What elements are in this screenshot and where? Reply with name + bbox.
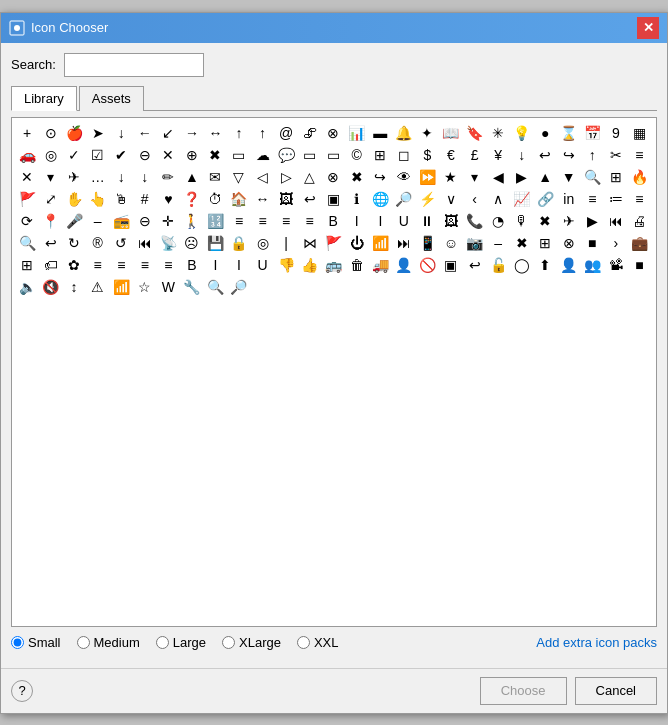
icon-cell[interactable]: ▼: [558, 166, 580, 188]
icon-cell[interactable]: ⏭: [393, 232, 415, 254]
icon-cell[interactable]: ⊞: [605, 166, 627, 188]
icon-cell[interactable]: in: [558, 188, 580, 210]
icon-cell[interactable]: ¥: [487, 144, 509, 166]
icon-cell[interactable]: ♥: [157, 188, 179, 210]
icon-cell[interactable]: ⏻: [346, 232, 368, 254]
icon-cell[interactable]: ≔: [605, 188, 627, 210]
icon-cell[interactable]: 📱: [416, 232, 438, 254]
size-large[interactable]: Large: [156, 635, 206, 650]
icon-cell[interactable]: ↩: [299, 188, 321, 210]
icon-cell[interactable]: ∧: [487, 188, 509, 210]
icon-cell[interactable]: 🚚: [369, 254, 391, 276]
icon-cell[interactable]: ◁: [252, 166, 274, 188]
icon-cell[interactable]: ▾: [464, 166, 486, 188]
icon-cell[interactable]: –: [87, 210, 109, 232]
icon-cell[interactable]: |: [275, 232, 297, 254]
icon-cell[interactable]: 👁: [393, 166, 415, 188]
choose-button[interactable]: Choose: [480, 677, 567, 705]
icon-cell[interactable]: ◎: [40, 144, 62, 166]
icon-cell[interactable]: ↓: [110, 122, 132, 144]
icon-cell[interactable]: 👤: [393, 254, 415, 276]
icon-cell[interactable]: ⊖: [134, 144, 156, 166]
icon-cell[interactable]: ▾: [40, 166, 62, 188]
size-xxl[interactable]: XXL: [297, 635, 339, 650]
icon-cell[interactable]: ≡: [628, 144, 650, 166]
cancel-button[interactable]: Cancel: [575, 677, 657, 705]
icon-cell[interactable]: 🚶: [181, 210, 203, 232]
search-input[interactable]: [64, 53, 204, 77]
icon-cell[interactable]: ✈: [63, 166, 85, 188]
icon-cell[interactable]: ◀: [487, 166, 509, 188]
icon-cell[interactable]: ↪: [558, 144, 580, 166]
icon-cell[interactable]: ℹ: [346, 188, 368, 210]
icon-cell[interactable]: ⊞: [16, 254, 38, 276]
icon-cell[interactable]: ✖: [511, 232, 533, 254]
icon-cell[interactable]: 🔈: [16, 276, 38, 298]
icon-cell[interactable]: ■: [628, 254, 650, 276]
icon-cell[interactable]: 📊: [346, 122, 368, 144]
icon-cell[interactable]: ▣: [440, 254, 462, 276]
icon-cell[interactable]: ≡: [299, 210, 321, 232]
icon-cell[interactable]: ↩: [464, 254, 486, 276]
icon-cell[interactable]: △: [299, 166, 321, 188]
icon-cell[interactable]: 🔎: [393, 188, 415, 210]
icon-cell[interactable]: 💼: [628, 232, 650, 254]
icon-cell[interactable]: ⟳: [16, 210, 38, 232]
icon-cell[interactable]: ▷: [275, 166, 297, 188]
icon-cell[interactable]: ≡: [275, 210, 297, 232]
icon-cell[interactable]: ↓: [511, 144, 533, 166]
icon-cell[interactable]: €: [440, 144, 462, 166]
tab-library[interactable]: Library: [11, 86, 77, 111]
icon-cell[interactable]: ↑: [228, 122, 250, 144]
icon-cell[interactable]: ▲: [534, 166, 556, 188]
icon-cell[interactable]: ↑: [581, 144, 603, 166]
icon-cell[interactable]: ≡: [134, 254, 156, 276]
icon-cell[interactable]: 📶: [369, 232, 391, 254]
icon-cell[interactable]: 🖼: [275, 188, 297, 210]
icon-cell[interactable]: 👥: [581, 254, 603, 276]
icon-cell[interactable]: W: [157, 276, 179, 298]
tab-assets[interactable]: Assets: [79, 86, 144, 111]
icon-cell[interactable]: ☹: [181, 232, 203, 254]
icon-cell[interactable]: ▦: [628, 122, 650, 144]
icon-cell[interactable]: ›: [605, 232, 627, 254]
icon-cell[interactable]: ⊙: [40, 122, 62, 144]
icon-cell[interactable]: 🏷: [40, 254, 62, 276]
icon-cell[interactable]: 🔔: [393, 122, 415, 144]
icon-cell[interactable]: ✉: [204, 166, 226, 188]
icon-cell[interactable]: ▭: [228, 144, 250, 166]
icon-cell[interactable]: 🔍: [204, 276, 226, 298]
icon-cell[interactable]: 🖱: [110, 188, 132, 210]
icon-cell[interactable]: ↩: [534, 144, 556, 166]
icon-cell[interactable]: ⊗: [558, 232, 580, 254]
icon-cell[interactable]: 👆: [87, 188, 109, 210]
icon-cell[interactable]: 🔖: [464, 122, 486, 144]
icon-cell[interactable]: I: [204, 254, 226, 276]
icon-cell[interactable]: ↔: [204, 122, 226, 144]
icon-cell[interactable]: …: [87, 166, 109, 188]
icon-cell[interactable]: 📞: [464, 210, 486, 232]
icon-cell[interactable]: 🖇: [299, 122, 321, 144]
icon-cell[interactable]: ©: [346, 144, 368, 166]
icon-cell[interactable]: ✋: [63, 188, 85, 210]
icon-cell[interactable]: ■: [581, 232, 603, 254]
icon-cell[interactable]: ≡: [628, 188, 650, 210]
icon-cell[interactable]: ⊞: [369, 144, 391, 166]
icon-cell[interactable]: ✖: [346, 166, 368, 188]
size-medium[interactable]: Medium: [77, 635, 140, 650]
icon-cell[interactable]: ⚠: [87, 276, 109, 298]
icon-cell[interactable]: 🚩: [322, 232, 344, 254]
icon-cell[interactable]: ↕: [63, 276, 85, 298]
icon-cell[interactable]: 🏠: [228, 188, 250, 210]
icon-cell[interactable]: ☺: [440, 232, 462, 254]
icon-cell[interactable]: 🚗: [16, 144, 38, 166]
help-button[interactable]: ?: [11, 680, 33, 702]
icon-cell[interactable]: 💾: [204, 232, 226, 254]
icon-cell[interactable]: ✈: [558, 210, 580, 232]
icon-cell[interactable]: ▭: [299, 144, 321, 166]
icon-cell[interactable]: ✿: [63, 254, 85, 276]
icon-cell[interactable]: B: [322, 210, 344, 232]
icon-cell[interactable]: ≡: [228, 210, 250, 232]
icon-cell[interactable]: 🖨: [628, 210, 650, 232]
icon-cell[interactable]: 🔒: [228, 232, 250, 254]
